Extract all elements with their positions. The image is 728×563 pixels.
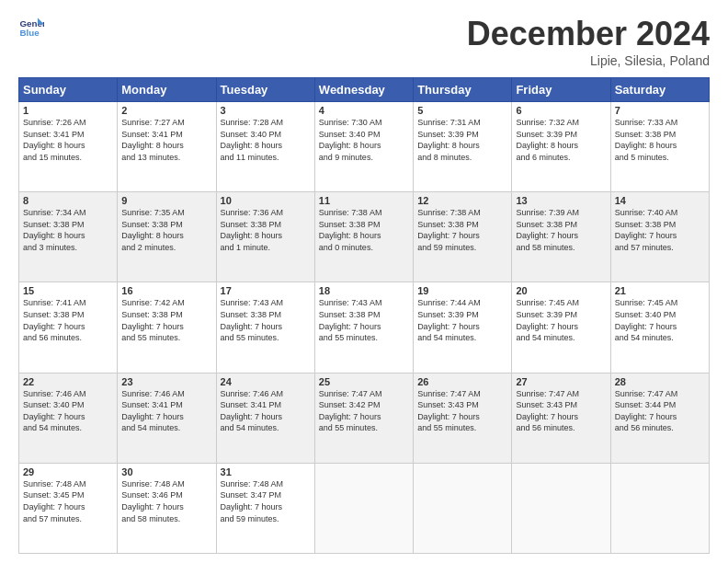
- header-sunday: Sunday: [19, 78, 118, 102]
- day-number: 5: [417, 105, 507, 116]
- day-info: Sunrise: 7:44 AMSunset: 3:39 PMDaylight:…: [417, 297, 507, 343]
- calendar-week-1: 8Sunrise: 7:34 AMSunset: 3:38 PMDaylight…: [19, 192, 710, 282]
- day-number: 17: [221, 285, 311, 296]
- table-row: 16Sunrise: 7:42 AMSunset: 3:38 PMDayligh…: [118, 282, 216, 373]
- day-info: Sunrise: 7:45 AMSunset: 3:40 PMDaylight:…: [615, 297, 705, 343]
- table-row: 23Sunrise: 7:46 AMSunset: 3:41 PMDayligh…: [118, 373, 216, 463]
- day-number: 6: [516, 105, 606, 116]
- day-info: Sunrise: 7:32 AMSunset: 3:39 PMDaylight:…: [516, 117, 606, 163]
- day-info: Sunrise: 7:46 AMSunset: 3:41 PMDaylight:…: [221, 388, 311, 434]
- table-row: 5Sunrise: 7:31 AMSunset: 3:39 PMDaylight…: [414, 102, 512, 192]
- day-info: Sunrise: 7:38 AMSunset: 3:38 PMDaylight:…: [417, 207, 507, 253]
- table-row: 26Sunrise: 7:47 AMSunset: 3:43 PMDayligh…: [414, 373, 512, 463]
- calendar-header-row: Sunday Monday Tuesday Wednesday Thursday…: [19, 78, 710, 102]
- table-row: 6Sunrise: 7:32 AMSunset: 3:39 PMDaylight…: [512, 102, 610, 192]
- table-row: 9Sunrise: 7:35 AMSunset: 3:38 PMDaylight…: [118, 192, 216, 282]
- day-info: Sunrise: 7:46 AMSunset: 3:41 PMDaylight:…: [121, 388, 211, 434]
- table-row: 15Sunrise: 7:41 AMSunset: 3:38 PMDayligh…: [19, 282, 118, 373]
- day-number: 18: [319, 285, 409, 296]
- day-info: Sunrise: 7:46 AMSunset: 3:40 PMDaylight:…: [23, 388, 113, 434]
- header-saturday: Saturday: [610, 78, 709, 102]
- day-info: Sunrise: 7:38 AMSunset: 3:38 PMDaylight:…: [319, 207, 409, 253]
- day-number: 28: [615, 376, 705, 387]
- day-info: Sunrise: 7:47 AMSunset: 3:42 PMDaylight:…: [319, 388, 409, 434]
- day-number: 2: [121, 105, 211, 116]
- day-info: Sunrise: 7:47 AMSunset: 3:44 PMDaylight:…: [615, 388, 705, 434]
- day-info: Sunrise: 7:27 AMSunset: 3:41 PMDaylight:…: [121, 117, 211, 163]
- table-row: 28Sunrise: 7:47 AMSunset: 3:44 PMDayligh…: [610, 373, 709, 463]
- day-info: Sunrise: 7:42 AMSunset: 3:38 PMDaylight:…: [121, 297, 211, 343]
- day-info: Sunrise: 7:43 AMSunset: 3:38 PMDaylight:…: [319, 297, 409, 343]
- day-number: 19: [417, 285, 507, 296]
- day-number: 27: [516, 376, 606, 387]
- day-info: Sunrise: 7:39 AMSunset: 3:38 PMDaylight:…: [516, 207, 606, 253]
- day-info: Sunrise: 7:31 AMSunset: 3:39 PMDaylight:…: [417, 117, 507, 163]
- calendar-table: Sunday Monday Tuesday Wednesday Thursday…: [18, 77, 710, 554]
- day-number: 26: [417, 376, 507, 387]
- logo-icon: General Blue: [18, 15, 44, 40]
- table-row: 24Sunrise: 7:46 AMSunset: 3:41 PMDayligh…: [216, 373, 314, 463]
- day-info: Sunrise: 7:28 AMSunset: 3:40 PMDaylight:…: [221, 117, 311, 163]
- header-friday: Friday: [512, 78, 610, 102]
- page: General Blue December 2024 Lipie, Silesi…: [0, 0, 728, 563]
- table-row: 13Sunrise: 7:39 AMSunset: 3:38 PMDayligh…: [512, 192, 610, 282]
- day-number: 31: [221, 466, 311, 477]
- day-number: 24: [221, 376, 311, 387]
- day-info: Sunrise: 7:47 AMSunset: 3:43 PMDaylight:…: [417, 388, 507, 434]
- day-number: 7: [615, 105, 705, 116]
- table-row: 31Sunrise: 7:48 AMSunset: 3:47 PMDayligh…: [216, 463, 314, 553]
- header: General Blue December 2024 Lipie, Silesi…: [18, 15, 710, 68]
- day-info: Sunrise: 7:48 AMSunset: 3:46 PMDaylight:…: [121, 478, 211, 524]
- day-number: 13: [516, 195, 606, 206]
- day-info: Sunrise: 7:43 AMSunset: 3:38 PMDaylight:…: [221, 297, 311, 343]
- table-row: 19Sunrise: 7:44 AMSunset: 3:39 PMDayligh…: [414, 282, 512, 373]
- month-title: December 2024: [467, 15, 710, 53]
- day-number: 30: [121, 466, 211, 477]
- table-row: 17Sunrise: 7:43 AMSunset: 3:38 PMDayligh…: [216, 282, 314, 373]
- calendar-week-2: 15Sunrise: 7:41 AMSunset: 3:38 PMDayligh…: [19, 282, 710, 373]
- header-tuesday: Tuesday: [216, 78, 314, 102]
- day-info: Sunrise: 7:45 AMSunset: 3:39 PMDaylight:…: [516, 297, 606, 343]
- day-info: Sunrise: 7:48 AMSunset: 3:45 PMDaylight:…: [23, 478, 113, 524]
- table-row: 22Sunrise: 7:46 AMSunset: 3:40 PMDayligh…: [19, 373, 118, 463]
- table-row: 4Sunrise: 7:30 AMSunset: 3:40 PMDaylight…: [314, 102, 413, 192]
- day-info: Sunrise: 7:33 AMSunset: 3:38 PMDaylight:…: [615, 117, 705, 163]
- table-row: 18Sunrise: 7:43 AMSunset: 3:38 PMDayligh…: [314, 282, 413, 373]
- table-row: 3Sunrise: 7:28 AMSunset: 3:40 PMDaylight…: [216, 102, 314, 192]
- svg-text:Blue: Blue: [19, 28, 40, 38]
- table-row: 7Sunrise: 7:33 AMSunset: 3:38 PMDaylight…: [610, 102, 709, 192]
- table-row: 1Sunrise: 7:26 AMSunset: 3:41 PMDaylight…: [19, 102, 118, 192]
- day-number: 9: [121, 195, 211, 206]
- table-row: 12Sunrise: 7:38 AMSunset: 3:38 PMDayligh…: [414, 192, 512, 282]
- day-number: 14: [615, 195, 705, 206]
- table-row: [314, 463, 413, 553]
- table-row: 20Sunrise: 7:45 AMSunset: 3:39 PMDayligh…: [512, 282, 610, 373]
- day-number: 16: [121, 285, 211, 296]
- day-number: 25: [319, 376, 409, 387]
- table-row: 10Sunrise: 7:36 AMSunset: 3:38 PMDayligh…: [216, 192, 314, 282]
- day-number: 23: [121, 376, 211, 387]
- day-info: Sunrise: 7:40 AMSunset: 3:38 PMDaylight:…: [615, 207, 705, 253]
- table-row: 30Sunrise: 7:48 AMSunset: 3:46 PMDayligh…: [118, 463, 216, 553]
- day-info: Sunrise: 7:30 AMSunset: 3:40 PMDaylight:…: [319, 117, 409, 163]
- table-row: 11Sunrise: 7:38 AMSunset: 3:38 PMDayligh…: [314, 192, 413, 282]
- day-info: Sunrise: 7:35 AMSunset: 3:38 PMDaylight:…: [121, 207, 211, 253]
- day-info: Sunrise: 7:36 AMSunset: 3:38 PMDaylight:…: [221, 207, 311, 253]
- header-thursday: Thursday: [414, 78, 512, 102]
- day-number: 1: [23, 105, 113, 116]
- day-number: 3: [221, 105, 311, 116]
- day-number: 12: [417, 195, 507, 206]
- day-info: Sunrise: 7:47 AMSunset: 3:43 PMDaylight:…: [516, 388, 606, 434]
- table-row: 29Sunrise: 7:48 AMSunset: 3:45 PMDayligh…: [19, 463, 118, 553]
- title-block: December 2024 Lipie, Silesia, Poland: [467, 15, 710, 68]
- day-info: Sunrise: 7:26 AMSunset: 3:41 PMDaylight:…: [23, 117, 113, 163]
- calendar-week-0: 1Sunrise: 7:26 AMSunset: 3:41 PMDaylight…: [19, 102, 710, 192]
- header-monday: Monday: [118, 78, 216, 102]
- header-wednesday: Wednesday: [314, 78, 413, 102]
- table-row: [414, 463, 512, 553]
- table-row: 27Sunrise: 7:47 AMSunset: 3:43 PMDayligh…: [512, 373, 610, 463]
- day-info: Sunrise: 7:48 AMSunset: 3:47 PMDaylight:…: [221, 478, 311, 524]
- table-row: 14Sunrise: 7:40 AMSunset: 3:38 PMDayligh…: [610, 192, 709, 282]
- day-number: 8: [23, 195, 113, 206]
- table-row: 21Sunrise: 7:45 AMSunset: 3:40 PMDayligh…: [610, 282, 709, 373]
